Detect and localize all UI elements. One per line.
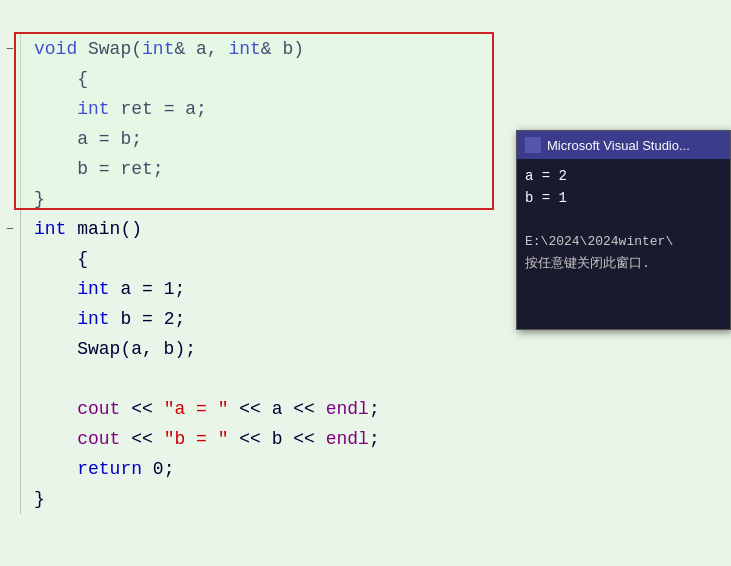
code-line: }	[0, 484, 520, 514]
code-line: int ret = a;	[0, 94, 520, 124]
code-line: int a = 1;	[0, 274, 520, 304]
indent-bar	[20, 34, 34, 64]
indent-bar	[20, 184, 34, 214]
code-line: cout << "b = " << b << endl;	[0, 424, 520, 454]
indent-bar	[20, 124, 34, 154]
code-text: b = ret;	[34, 159, 164, 179]
code-text: return 0;	[34, 459, 174, 479]
comment-line	[0, 4, 520, 34]
code-text: a = b;	[34, 129, 142, 149]
indent-bar	[20, 214, 34, 244]
code-text: }	[34, 189, 45, 209]
indent-bar	[20, 484, 34, 514]
indent-bar	[20, 424, 34, 454]
code-line: Swap(a, b);	[0, 334, 520, 364]
indent-bar	[20, 454, 34, 484]
code-text: int a = 1;	[34, 279, 185, 299]
code-text: int b = 2;	[34, 309, 185, 329]
code-line: return 0;	[0, 454, 520, 484]
console-output-3	[525, 209, 722, 231]
code-line	[0, 364, 520, 394]
console-output-1: a = 2	[525, 165, 722, 187]
code-line: cout << "a = " << a << endl;	[0, 394, 520, 424]
indent-bar	[20, 304, 34, 334]
code-text: Swap(a, b);	[34, 339, 196, 359]
code-text: int main()	[34, 219, 142, 239]
gutter[interactable]: −	[0, 42, 20, 57]
console-title: Microsoft Visual Studio...	[547, 138, 690, 153]
code-line: a = b;	[0, 124, 520, 154]
code-text: cout << "b = " << b << endl;	[34, 429, 380, 449]
console-titlebar: Microsoft Visual Studio...	[517, 131, 730, 159]
indent-bar	[20, 64, 34, 94]
code-line: {	[0, 244, 520, 274]
code-editor: −void Swap(int& a, int& b) { int ret = a…	[0, 0, 520, 566]
code-line: −void Swap(int& a, int& b)	[0, 34, 520, 64]
code-text: {	[34, 69, 88, 89]
gutter[interactable]: −	[0, 222, 20, 237]
code-text: void Swap(int& a, int& b)	[34, 39, 304, 59]
code-line: b = ret;	[0, 154, 520, 184]
indent-bar	[20, 244, 34, 274]
code-text: int ret = a;	[34, 99, 207, 119]
console-close-msg: 按任意键关闭此窗口.	[525, 253, 722, 275]
indent-bar	[20, 274, 34, 304]
console-output-2: b = 1	[525, 187, 722, 209]
console-path: E:\2024\2024winter\	[525, 231, 722, 253]
indent-bar	[20, 394, 34, 424]
indent-bar	[20, 334, 34, 364]
console-window: Microsoft Visual Studio... a = 2 b = 1 E…	[516, 130, 731, 330]
code-line: int b = 2;	[0, 304, 520, 334]
code-text: cout << "a = " << a << endl;	[34, 399, 380, 419]
code-text: }	[34, 489, 45, 509]
console-body: a = 2 b = 1 E:\2024\2024winter\ 按任意键关闭此窗…	[517, 159, 730, 281]
code-lines: −void Swap(int& a, int& b) { int ret = a…	[0, 34, 520, 514]
indent-bar	[20, 364, 34, 394]
indent-bar	[20, 94, 34, 124]
vs-icon	[525, 137, 541, 153]
code-line: }	[0, 184, 520, 214]
code-line: −int main()	[0, 214, 520, 244]
code-line: {	[0, 64, 520, 94]
indent-bar	[20, 154, 34, 184]
code-text: {	[34, 249, 88, 269]
